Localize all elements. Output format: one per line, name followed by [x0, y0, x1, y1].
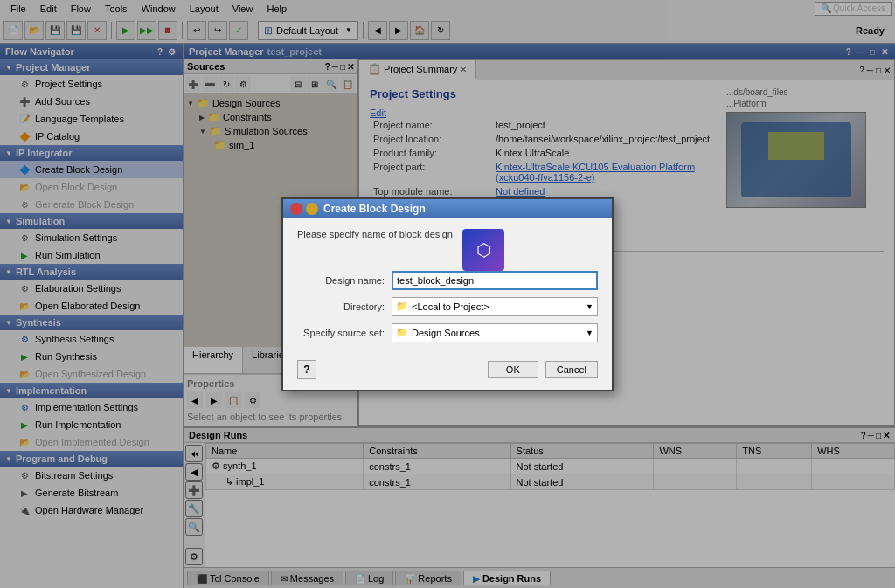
dialog-directory-value: 📁 <Local to Project> — [396, 301, 489, 312]
dialog-ok-button[interactable]: OK — [488, 361, 538, 378]
dialog-titlebar: Create Block Design — [283, 199, 612, 218]
dialog-content: Please specify name of block design. ⬡ D… — [283, 218, 612, 353]
dialog-directory-select[interactable]: 📁 <Local to Project> ▼ — [392, 297, 598, 316]
directory-text: <Local to Project> — [412, 301, 489, 312]
dialog-minimize-btn[interactable] — [306, 203, 318, 215]
dialog-source-set-label: Specify source set: — [297, 328, 385, 338]
source-set-icon: 📁 — [396, 327, 408, 338]
dialog-title: Create Block Design — [290, 203, 426, 215]
dialog-close-red-btn[interactable] — [290, 203, 302, 215]
dialog-directory-row: Directory: 📁 <Local to Project> ▼ — [297, 297, 598, 316]
dialog-form: Design name: Directory: 📁 <Local to Proj… — [297, 271, 598, 342]
dialog-cancel-button[interactable]: Cancel — [545, 361, 598, 378]
dialog-desc-row: Please specify name of block design. ⬡ — [297, 229, 598, 271]
directory-dropdown-arrow[interactable]: ▼ — [586, 302, 593, 311]
folder-icon: 📁 — [396, 301, 408, 312]
dialog-design-name-row: Design name: — [297, 271, 598, 290]
dialog-close-buttons — [290, 203, 318, 215]
dialog-source-set-value: 📁 Design Sources — [396, 327, 480, 338]
dialog-design-name-input[interactable] — [392, 271, 598, 290]
source-set-text: Design Sources — [412, 328, 480, 338]
create-block-design-dialog: Create Block Design Please specify name … — [281, 197, 614, 391]
dialog-footer-right: OK Cancel — [488, 361, 598, 378]
dialog-source-set-select[interactable]: 📁 Design Sources ▼ — [392, 323, 598, 342]
dialog-directory-label: Directory: — [297, 301, 385, 312]
dialog-overlay: Create Block Design Please specify name … — [0, 0, 895, 588]
source-set-dropdown-arrow[interactable]: ▼ — [586, 329, 593, 337]
dialog-help-button[interactable]: ? — [297, 360, 316, 379]
dialog-footer: ? OK Cancel — [283, 353, 612, 390]
dialog-design-name-label: Design name: — [297, 275, 385, 286]
dialog-logo: ⬡ — [462, 229, 504, 271]
dialog-description: Please specify name of block design. — [297, 229, 455, 239]
dialog-title-text: Create Block Design — [323, 203, 426, 215]
dialog-source-set-row: Specify source set: 📁 Design Sources ▼ — [297, 323, 598, 342]
